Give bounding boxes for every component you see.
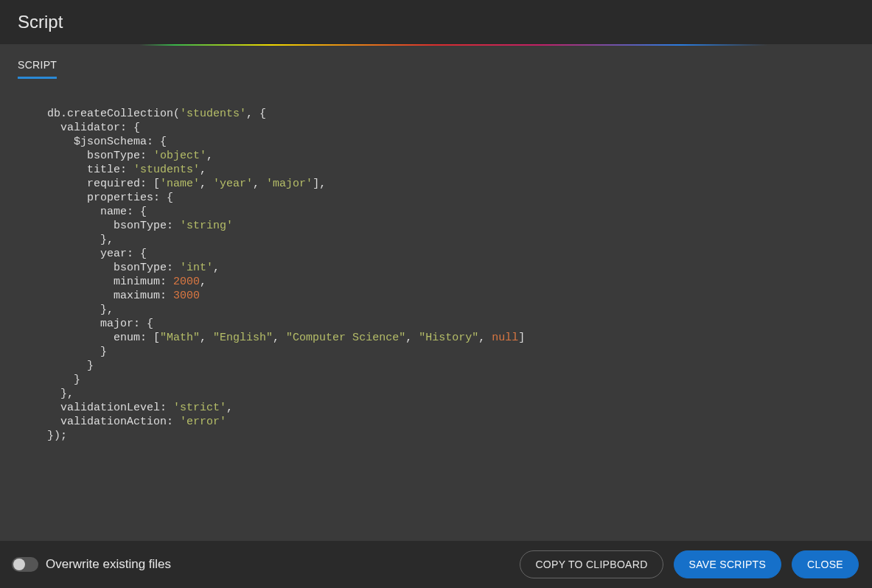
code-string: 'int' xyxy=(180,262,213,274)
code-string: 'object' xyxy=(153,150,206,162)
code-string: "Computer Science" xyxy=(286,332,405,344)
dialog-title: Script xyxy=(18,12,63,32)
code-key: bsonType xyxy=(114,262,167,274)
code-key: title xyxy=(87,164,120,176)
code-key: enum xyxy=(114,332,140,344)
code-string: 'major' xyxy=(266,178,313,190)
code-string: 'strict' xyxy=(173,402,226,414)
toggle-switch-icon xyxy=(12,557,38,572)
code-string: "Math" xyxy=(160,332,200,344)
code-key: major xyxy=(100,318,133,330)
code-scroll-area[interactable]: db.createCollection('students', { valida… xyxy=(0,79,872,541)
code-string: "History" xyxy=(419,332,478,344)
dialog-header: Script xyxy=(0,0,872,44)
code-key: required xyxy=(87,178,140,190)
code-key: bsonType xyxy=(87,150,140,162)
code-fn: db.createCollection xyxy=(47,108,173,120)
code-key: $jsonSchema xyxy=(74,136,147,148)
code-string: "English" xyxy=(213,332,273,344)
code-key: validator xyxy=(60,122,120,134)
save-scripts-button[interactable]: SAVE SCRIPTS xyxy=(674,550,781,578)
code-key: minimum xyxy=(114,276,160,288)
copy-to-clipboard-button[interactable]: COPY TO CLIPBOARD xyxy=(520,550,663,578)
code-key: maximum xyxy=(114,290,160,302)
overwrite-toggle[interactable]: Overwrite existing files xyxy=(12,557,171,572)
script-code: db.createCollection('students', { valida… xyxy=(47,107,872,443)
overwrite-toggle-label: Overwrite existing files xyxy=(46,557,171,572)
code-number: 3000 xyxy=(173,290,200,302)
code-string: 'name' xyxy=(160,178,200,190)
code-number: 2000 xyxy=(173,276,200,288)
code-string: 'error' xyxy=(180,416,226,428)
code-key: bsonType xyxy=(114,220,167,232)
code-string: 'students' xyxy=(133,164,200,176)
code-collection-name: 'students' xyxy=(180,108,246,120)
code-key: name xyxy=(100,206,127,218)
code-key: properties xyxy=(87,192,153,204)
code-string: 'string' xyxy=(180,220,233,232)
dialog-footer: Overwrite existing files COPY TO CLIPBOA… xyxy=(0,541,872,588)
tab-script[interactable]: SCRIPT xyxy=(18,59,57,79)
code-null: null xyxy=(492,332,518,344)
code-key: year xyxy=(100,248,127,260)
close-button[interactable]: CLOSE xyxy=(792,550,859,578)
code-key: validationLevel xyxy=(60,402,160,414)
code-key: validationAction xyxy=(60,416,167,428)
code-string: 'year' xyxy=(213,178,253,190)
tab-bar: SCRIPT xyxy=(0,46,872,79)
